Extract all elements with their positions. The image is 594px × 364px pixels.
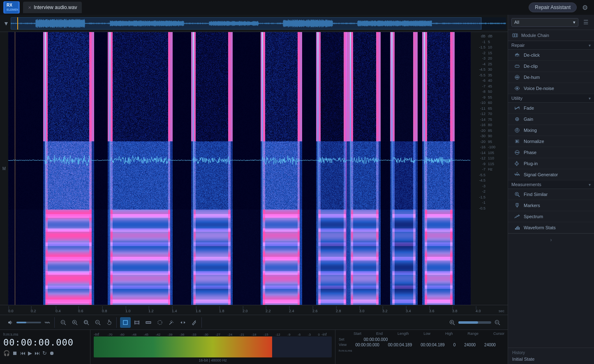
plugin-icon [514,160,520,167]
time-tick-16: 1.6 [196,309,201,313]
module-item-spectrum[interactable]: Spectrum [508,211,594,222]
svg-point-46 [518,55,519,56]
repair-assistant-button[interactable]: Repair Assistant [529,2,577,12]
svg-text:ELEMENTS: ELEMENTS [7,8,18,11]
lasso-btn[interactable] [155,317,165,328]
spectrogram-container[interactable]: M dB -1 -1.5 -2 -3 -4 -4.5 -5.5 -6 -7 -8… [0,32,508,305]
volume-slider-container[interactable] [16,322,41,323]
module-item-normalize[interactable]: Normalize [508,136,594,147]
svg-rect-18 [135,321,139,324]
info-start-header: Start [354,332,361,336]
module-item-fade[interactable]: Fade [508,103,594,114]
module-item-voice-denoise[interactable]: Voice De-noise [508,83,594,94]
app-logo: RX ELEMENTS [3,1,20,14]
tab-interview-audio[interactable]: ✕ Interview audio.wav [23,2,82,13]
module-item-de-hum[interactable]: De-hum [508,72,594,83]
view-zoom-in-btn[interactable] [447,317,458,328]
module-chain-row[interactable]: Module Chain [508,30,594,41]
waveform-toggle-btn[interactable] [42,317,53,328]
phase-icon [514,149,520,156]
svg-line-35 [453,323,455,325]
module-item-de-click[interactable]: De-click [508,50,594,61]
de-click-label: De-click [524,53,540,58]
de-clip-icon [514,63,520,69]
info-high-header: High [445,332,453,336]
zoom-in-btn[interactable] [69,317,80,328]
spectrogram-canvas[interactable] [8,32,471,305]
sidebar-filter-dropdown[interactable]: All ▾ [511,18,578,27]
header-settings-icon[interactable]: ⚙ [579,2,591,13]
markers-label: Markers [524,203,540,208]
time-tick-30: 3.0 [359,309,365,313]
history-title: History [512,350,590,355]
module-item-find-similar[interactable]: Find Similar [508,189,594,200]
time-tick-28: 2.8 [336,309,341,313]
module-item-waveform-stats[interactable]: Waveform Stats [508,222,594,233]
info-header-row: Start End Length Low High Range Cursor [339,332,504,336]
module-item-de-clip[interactable]: De-clip [508,61,594,72]
db-axis: dB -1 -1.5 -2 -3 -4 -4.5 -5.5 -6 -7 -8 -… [471,32,487,305]
sidebar-filter-chevron: ▾ [573,20,576,25]
tab-label: Interview audio.wav [34,5,77,10]
attenuate-btn[interactable] [178,317,188,328]
svg-point-44 [515,55,516,56]
record-btn[interactable]: ⏺ [49,350,55,356]
stop-btn[interactable]: ⏹ [12,350,18,356]
svg-line-28 [172,321,173,322]
view-zoom-out-btn[interactable] [492,317,503,328]
overview-waveform[interactable] [11,17,506,30]
section-header-measurements[interactable]: Measurements ▾ [508,180,594,189]
view-zoom-slider[interactable] [458,321,491,324]
overview-arrow[interactable]: ▼ [2,20,11,27]
sidebar-header: All ▾ ☰ [508,15,594,30]
info-set-time: 00:00:00.000 [364,337,388,342]
expand-sidebar-btn[interactable]: › [508,233,594,246]
zoom-fit-btn[interactable] [81,317,92,328]
section-header-utility[interactable]: Utility ▾ [508,94,594,103]
overview-bar: ▼ [0,15,508,32]
volume-icon[interactable] [5,317,16,328]
time-tick-20: 2.0 [243,309,248,313]
module-item-markers[interactable]: Markers [508,200,594,211]
sidebar-filter-label: All [514,20,519,25]
info-view-label: View [339,343,347,347]
module-item-signal-gen[interactable]: Signal Generator [508,169,594,180]
transport-controls: 🎧 ⏹ ⏮ ▶ ⏭ ↻ ⏺ [3,350,87,356]
module-item-plugin[interactable]: Plug-in [508,158,594,169]
svg-point-78 [516,194,518,195]
module-item-mixing[interactable]: Mixing [508,125,594,136]
fast-forward-btn[interactable]: ⏭ [35,350,40,356]
spectrogram-wrapper[interactable] [8,32,471,305]
module-item-gain[interactable]: Gain [508,114,594,125]
sidebar-menu-btn[interactable]: ☰ [581,17,591,27]
svg-line-77 [518,195,520,197]
select-rect-btn[interactable] [120,317,131,328]
info-low-header: Low [423,332,430,336]
svg-rect-84 [519,227,520,230]
module-item-phase[interactable]: Phase [508,147,594,158]
time-tick-36: 3.6 [429,309,435,313]
pan-btn[interactable] [104,317,115,328]
normalize-icon [514,138,520,145]
headphone-btn[interactable]: 🎧 [3,350,10,356]
rewind-btn[interactable]: ⏮ [20,350,25,356]
loop-btn[interactable]: ↻ [42,350,47,356]
play-btn[interactable]: ▶ [28,350,32,356]
section-header-repair[interactable]: Repair ▾ [508,41,594,50]
pencil-btn[interactable] [189,317,200,328]
tab-close-icon[interactable]: ✕ [28,5,31,10]
select-time-btn[interactable] [132,317,142,328]
zoom-out-btn[interactable] [58,317,69,328]
transport-area: h:m:s.ms 00:00:00.000 🎧 ⏹ ⏮ ▶ ⏭ ↻ ⏺ [0,330,90,364]
zoom-sel-btn[interactable] [92,317,103,328]
find-similar-label: Find Similar [524,192,548,197]
svg-rect-82 [516,227,517,230]
svg-rect-43 [516,34,518,37]
svg-line-33 [195,320,196,321]
magic-wand-btn[interactable] [166,317,177,328]
info-view-low: 0 [453,343,456,347]
volume-slider[interactable] [16,322,41,323]
svg-line-15 [99,323,101,325]
history-item-initial[interactable]: Initial State [512,357,590,362]
select-freq-btn[interactable] [143,317,154,328]
